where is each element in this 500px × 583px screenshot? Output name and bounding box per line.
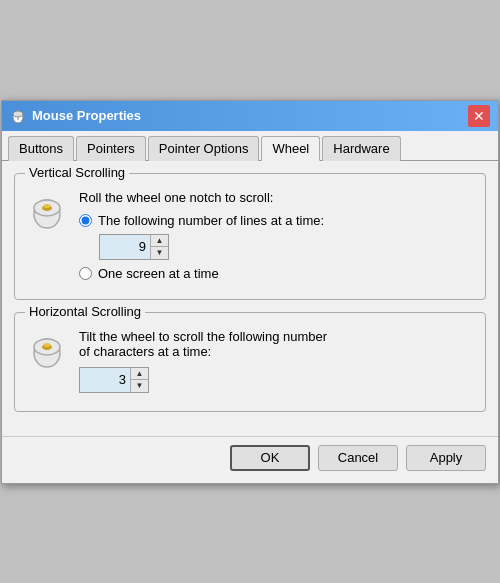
- radio-lines-row: The following number of lines at a time:: [79, 213, 473, 228]
- radio-screen-row: One screen at a time: [79, 266, 473, 281]
- horiz-scroll-wheel-icon: [27, 329, 67, 369]
- vertical-scrolling-label: Vertical Scrolling: [25, 165, 129, 180]
- svg-point-2: [13, 111, 23, 117]
- chars-spinbox-row: ▲ ▼: [79, 367, 473, 393]
- horizontal-scrolling-right: Tilt the wheel to scroll the following n…: [79, 329, 473, 399]
- cancel-button[interactable]: Cancel: [318, 445, 398, 471]
- chars-spin-up[interactable]: ▲: [131, 368, 148, 380]
- lines-spin-down[interactable]: ▼: [151, 247, 168, 259]
- close-button[interactable]: ✕: [468, 105, 490, 127]
- horizontal-scrolling-label: Horizontal Scrolling: [25, 304, 145, 319]
- title-bar-left: Mouse Properties: [10, 108, 141, 124]
- window-icon: [10, 108, 26, 124]
- chars-input[interactable]: [80, 368, 130, 392]
- svg-point-6: [44, 204, 51, 208]
- title-bar: Mouse Properties ✕: [2, 101, 498, 131]
- radio-lines-label: The following number of lines at a time:: [98, 213, 324, 228]
- ok-button[interactable]: OK: [230, 445, 310, 471]
- tab-pointer-options[interactable]: Pointer Options: [148, 136, 260, 161]
- vertical-scrolling-right: Roll the wheel one notch to scroll: The …: [79, 190, 473, 287]
- tab-buttons[interactable]: Buttons: [8, 136, 74, 161]
- lines-spinbox-row: ▲ ▼: [99, 234, 473, 260]
- chars-spinbox: ▲ ▼: [79, 367, 149, 393]
- lines-arrows: ▲ ▼: [150, 235, 168, 259]
- radio-lines[interactable]: [79, 214, 92, 227]
- scroll-wheel-icon: [27, 190, 67, 230]
- chars-arrows: ▲ ▼: [130, 368, 148, 392]
- chars-spin-down[interactable]: ▼: [131, 380, 148, 392]
- tab-content: Vertical Scrolling Roll the wheel one no…: [2, 161, 498, 436]
- lines-spinbox: ▲ ▼: [99, 234, 169, 260]
- footer: OK Cancel Apply: [2, 436, 498, 483]
- mouse-properties-window: Mouse Properties ✕ Buttons Pointers Poin…: [1, 100, 499, 484]
- radio-screen-label: One screen at a time: [98, 266, 219, 281]
- lines-input[interactable]: [100, 235, 150, 259]
- svg-point-10: [44, 343, 51, 347]
- window-title: Mouse Properties: [32, 108, 141, 123]
- radio-screen[interactable]: [79, 267, 92, 280]
- lines-spin-up[interactable]: ▲: [151, 235, 168, 247]
- tab-wheel[interactable]: Wheel: [261, 136, 320, 161]
- apply-button[interactable]: Apply: [406, 445, 486, 471]
- horizontal-scrolling-group: Horizontal Scrolling Tilt the wheel to s…: [14, 312, 486, 412]
- horiz-scrolling-desc: Tilt the wheel to scroll the following n…: [79, 329, 473, 359]
- horizontal-scrolling-content: Tilt the wheel to scroll the following n…: [27, 329, 473, 399]
- tab-hardware[interactable]: Hardware: [322, 136, 400, 161]
- vertical-scrolling-desc: Roll the wheel one notch to scroll:: [79, 190, 473, 205]
- tab-pointers[interactable]: Pointers: [76, 136, 146, 161]
- tab-bar: Buttons Pointers Pointer Options Wheel H…: [2, 131, 498, 161]
- vertical-scrolling-content: Roll the wheel one notch to scroll: The …: [27, 190, 473, 287]
- vertical-scrolling-group: Vertical Scrolling Roll the wheel one no…: [14, 173, 486, 300]
